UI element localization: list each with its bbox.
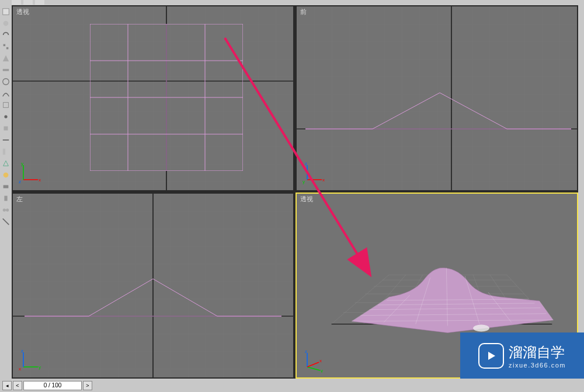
tool-icon[interactable] xyxy=(2,66,10,74)
svg-rect-3 xyxy=(6,47,9,50)
tool-icon[interactable] xyxy=(2,159,10,167)
toolbar-icon[interactable] xyxy=(12,0,21,5)
top-toolbar xyxy=(0,0,584,5)
svg-text:x: x xyxy=(39,177,41,183)
move-tool-icon[interactable] xyxy=(2,19,10,27)
timeline-prev-button[interactable]: ◂ xyxy=(2,381,12,390)
svg-point-17 xyxy=(6,208,9,211)
timeline-next-button[interactable]: > xyxy=(83,381,92,390)
tool-icon[interactable] xyxy=(2,206,10,214)
svg-text:y: y xyxy=(39,365,41,370)
watermark-domain: zixue.3d66.com xyxy=(509,362,566,369)
tool-icon[interactable] xyxy=(2,218,10,226)
svg-line-69 xyxy=(307,367,320,370)
plane-wireframe-left xyxy=(13,194,293,377)
watermark-brand: 溜溜自学 xyxy=(509,343,566,362)
axis-gizmo: y z x xyxy=(18,349,41,373)
svg-line-73 xyxy=(307,362,319,367)
svg-rect-5 xyxy=(3,69,9,71)
svg-text:y: y xyxy=(21,162,23,166)
rotate-tool-icon[interactable] xyxy=(2,31,10,39)
svg-rect-9 xyxy=(4,127,8,131)
timeline-bar: ◂ < 0 / 100 > xyxy=(0,379,584,392)
viewport-left[interactable]: 左 y z x xyxy=(12,192,294,379)
svg-text:z: z xyxy=(305,162,307,166)
svg-point-16 xyxy=(3,208,6,211)
tool-icon[interactable] xyxy=(2,136,10,144)
svg-marker-4 xyxy=(3,55,9,62)
viewport-label: 前 xyxy=(300,8,307,16)
tool-icon[interactable] xyxy=(2,78,10,86)
svg-point-13 xyxy=(4,173,9,178)
svg-text:z: z xyxy=(19,179,21,184)
svg-text:z: z xyxy=(21,349,23,354)
svg-text:x: x xyxy=(319,358,322,363)
tool-icon[interactable] xyxy=(2,124,10,132)
left-toolbar xyxy=(0,5,12,379)
svg-rect-0 xyxy=(3,9,9,15)
toolbar-icon[interactable] xyxy=(35,0,44,5)
svg-point-1 xyxy=(4,21,9,26)
plane-wireframe-front xyxy=(297,6,577,190)
svg-text:z: z xyxy=(305,349,307,354)
viewport-front[interactable]: 前 x z y xyxy=(296,5,578,191)
tool-icon[interactable] xyxy=(2,54,10,62)
play-icon xyxy=(478,343,504,369)
svg-point-68 xyxy=(473,325,489,332)
svg-marker-77 xyxy=(488,352,495,360)
svg-marker-12 xyxy=(4,161,9,166)
tool-icon[interactable] xyxy=(2,194,10,202)
scale-tool-icon[interactable] xyxy=(2,43,10,51)
svg-rect-2 xyxy=(4,44,6,47)
tool-icon[interactable] xyxy=(2,148,10,156)
viewport-container: 透视 x y z xyxy=(12,5,578,379)
svg-text:y: y xyxy=(303,179,305,184)
svg-rect-11 xyxy=(3,149,5,155)
select-tool-icon[interactable] xyxy=(2,8,10,16)
watermark-badge: 溜溜自学 zixue.3d66.com xyxy=(460,332,584,379)
svg-rect-7 xyxy=(4,103,9,108)
axis-gizmo: y z x xyxy=(301,349,325,373)
svg-text:x: x xyxy=(19,366,21,372)
frame-counter[interactable]: 0 / 100 xyxy=(23,381,82,390)
viewport-label: 透视 xyxy=(16,8,29,16)
viewport-top[interactable]: 透视 x y z xyxy=(12,5,294,191)
tool-icon[interactable] xyxy=(2,183,10,191)
tool-icon[interactable] xyxy=(2,89,10,97)
toolbar-icon[interactable] xyxy=(23,0,33,5)
svg-rect-15 xyxy=(4,196,7,201)
svg-point-6 xyxy=(3,79,9,85)
viewport-label: 左 xyxy=(16,195,23,204)
svg-text:x: x xyxy=(322,177,325,183)
svg-text:y: y xyxy=(321,368,323,373)
tool-icon[interactable] xyxy=(2,101,10,109)
svg-rect-14 xyxy=(4,185,9,188)
plane-wireframe xyxy=(90,24,243,171)
svg-point-8 xyxy=(4,115,7,118)
timeline-prev-button[interactable]: < xyxy=(13,381,22,390)
viewport-label: 透视 xyxy=(300,195,313,204)
axis-gizmo: x y z xyxy=(18,162,41,186)
tool-icon[interactable] xyxy=(2,113,10,121)
right-panel-edge xyxy=(578,5,584,379)
axis-gizmo: x z y xyxy=(301,162,325,186)
tool-icon[interactable] xyxy=(2,171,10,179)
